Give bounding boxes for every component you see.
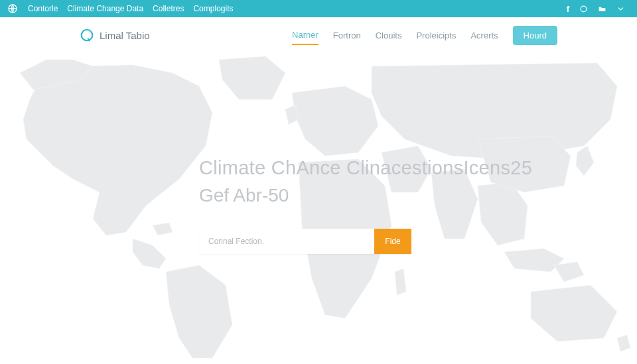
nav-cta-button[interactable]: Hourd: [513, 26, 557, 45]
utility-bar-left: Contorle Climate Change Data Colletres C…: [7, 3, 233, 15]
folder-icon[interactable]: [597, 4, 606, 13]
circle-icon[interactable]: [579, 4, 588, 13]
nav-item-1[interactable]: Fortron: [333, 27, 361, 44]
hero-subtitle: Gef Abr-50: [199, 185, 557, 206]
brand[interactable]: Limal Tabio: [80, 28, 150, 42]
brand-name: Limal Tabio: [100, 30, 150, 41]
topbar-link-2[interactable]: Colletres: [153, 4, 184, 13]
facebook-icon[interactable]: f: [567, 4, 569, 14]
hero-title: Climate ChAnce ClinacestionsIcens25: [199, 155, 557, 181]
primary-nav: Narner Fortron Clouits Proleicipts Acrer…: [292, 26, 557, 45]
topbar-link-0[interactable]: Contorle: [28, 4, 58, 13]
topbar-link-3[interactable]: Complogits: [193, 4, 233, 13]
globe-icon: [7, 3, 19, 15]
utility-bar: Contorle Climate Change Data Colletres C…: [0, 0, 637, 17]
hero-content: Climate ChAnce ClinacestionsIcens25 Gef …: [199, 155, 557, 254]
search-input[interactable]: [199, 229, 374, 254]
hero-section: Climate ChAnce ClinacestionsIcens25 Gef …: [0, 53, 637, 364]
search-row: Fide: [199, 229, 411, 254]
chevron-down-icon[interactable]: [616, 4, 625, 13]
search-button[interactable]: Fide: [374, 229, 411, 254]
nav-item-2[interactable]: Clouits: [376, 27, 402, 44]
utility-bar-right: f: [567, 4, 625, 14]
svg-point-2: [82, 30, 93, 41]
svg-point-1: [581, 6, 587, 12]
nav-item-4[interactable]: Acrerts: [470, 27, 498, 44]
brand-logo-icon: [80, 28, 94, 42]
topbar-link-1[interactable]: Climate Change Data: [67, 4, 143, 13]
nav-item-0[interactable]: Narner: [292, 26, 318, 45]
site-header: Limal Tabio Narner Fortron Clouits Prole…: [0, 17, 637, 53]
nav-item-3[interactable]: Proleicipts: [416, 27, 456, 44]
